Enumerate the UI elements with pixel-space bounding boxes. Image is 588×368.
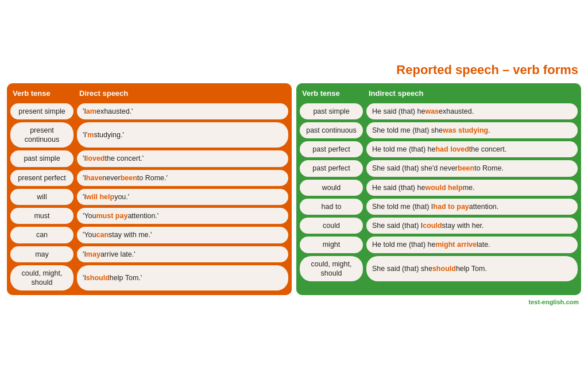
- verb-tense-cell: can: [10, 227, 74, 243]
- main-table: Verb tense Direct speech present simple'…: [7, 83, 581, 296]
- speech-cell: He said (that) he would help me.: [366, 180, 578, 196]
- verb-tense-cell: present continuous: [10, 122, 74, 148]
- table-row: present perfect'I have never been to Rom…: [10, 170, 288, 186]
- table-row: could, might, shouldShe said (that) she …: [300, 256, 578, 282]
- indirect-speech-section: Verb tense Indirect speech past simpleHe…: [296, 83, 581, 296]
- table-row: past perfectShe said (that) she'd never …: [300, 160, 578, 176]
- table-row: past simpleHe said (that) he was exhaust…: [300, 103, 578, 119]
- speech-cell: 'I am exhausted.': [77, 103, 288, 119]
- speech-cell: He told me (that) he had loved the conce…: [366, 141, 578, 157]
- speech-cell: He told me (that) he might arrive late.: [366, 237, 578, 253]
- table-row: present simple'I am exhausted.': [10, 103, 288, 119]
- verb-tense-cell: past perfect: [300, 141, 363, 157]
- speech-cell: 'I have never been to Rome.': [77, 170, 288, 186]
- table-row: mightHe told me (that) he might arrive l…: [300, 237, 578, 253]
- verb-tense-cell: past perfect: [300, 160, 363, 176]
- table-row: past simple'I loved the concert.': [10, 150, 288, 166]
- speech-cell: 'I'm studying.': [77, 122, 288, 148]
- verb-tense-cell: might: [300, 237, 363, 253]
- main-container: Reported speech – verb forms Verb tense …: [7, 63, 581, 306]
- table-row: must'You must pay attention.': [10, 208, 288, 224]
- indirect-verb-header: Verb tense: [302, 89, 365, 98]
- table-row: present continuous'I'm studying.': [10, 122, 288, 148]
- verb-tense-cell: could: [300, 218, 363, 234]
- page-title: Reported speech – verb forms: [7, 63, 581, 78]
- verb-tense-cell: could, might, should: [300, 256, 363, 282]
- verb-tense-cell: would: [300, 180, 363, 196]
- speech-cell: 'I will help you.': [77, 189, 288, 205]
- footer-text: test-english.com: [529, 299, 579, 305]
- speech-cell: She said (that) she should help Tom.: [366, 256, 578, 282]
- speech-cell: He said (that) he was exhausted.: [366, 103, 578, 119]
- speech-cell: 'You can stay with me.': [77, 227, 288, 243]
- table-row: could, might, should'I should help Tom.': [10, 265, 288, 291]
- direct-speech-section: Verb tense Direct speech present simple'…: [7, 83, 292, 296]
- direct-speech-header: Direct speech: [79, 89, 288, 98]
- speech-cell: 'I should help Tom.': [77, 265, 288, 291]
- table-row: past perfectHe told me (that) he had lov…: [300, 141, 578, 157]
- direct-header: Verb tense Direct speech: [7, 83, 292, 103]
- indirect-header: Verb tense Indirect speech: [296, 83, 581, 103]
- table-row: wouldHe said (that) he would help me.: [300, 180, 578, 196]
- speech-cell: She said (that) she'd never been to Rome…: [366, 160, 578, 176]
- verb-tense-cell: could, might, should: [10, 265, 74, 291]
- table-row: may'I may arrive late.': [10, 246, 288, 262]
- direct-verb-header: Verb tense: [13, 89, 76, 98]
- verb-tense-cell: present simple: [10, 103, 74, 119]
- speech-cell: 'You must pay attention.': [77, 208, 288, 224]
- verb-tense-cell: had to: [300, 199, 363, 215]
- verb-tense-cell: past continuous: [300, 122, 363, 138]
- table-row: had toShe told me (that) I had to pay at…: [300, 199, 578, 215]
- table-row: past continuousShe told me (that) she wa…: [300, 122, 578, 138]
- speech-cell: 'I loved the concert.': [77, 150, 288, 166]
- verb-tense-cell: past simple: [300, 103, 363, 119]
- table-row: will'I will help you.': [10, 189, 288, 205]
- direct-rows: present simple'I am exhausted.'present c…: [7, 103, 292, 296]
- indirect-rows: past simpleHe said (that) he was exhaust…: [296, 103, 581, 286]
- verb-tense-cell: may: [10, 246, 74, 262]
- footer: test-english.com: [7, 299, 581, 305]
- table-row: can'You can stay with me.': [10, 227, 288, 243]
- speech-cell: She told me (that) she was studying.: [366, 122, 578, 138]
- indirect-speech-header: Indirect speech: [369, 89, 578, 98]
- verb-tense-cell: past simple: [10, 150, 74, 166]
- verb-tense-cell: present perfect: [10, 170, 74, 186]
- speech-cell: She said (that) I could stay with her.: [366, 218, 578, 234]
- verb-tense-cell: will: [10, 189, 74, 205]
- verb-tense-cell: must: [10, 208, 74, 224]
- table-row: couldShe said (that) I could stay with h…: [300, 218, 578, 234]
- speech-cell: 'I may arrive late.': [77, 246, 288, 262]
- speech-cell: She told me (that) I had to pay attentio…: [366, 199, 578, 215]
